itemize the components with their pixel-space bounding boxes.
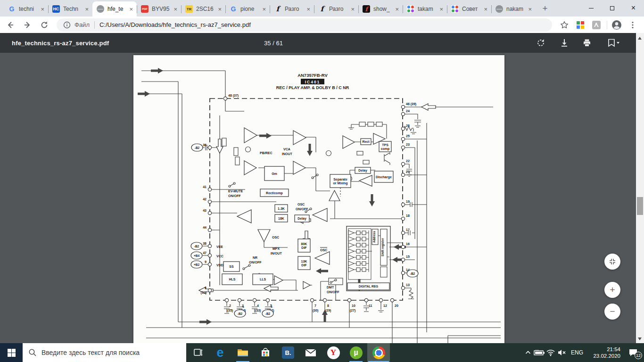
notification-center-button[interactable]: 12	[622, 343, 644, 362]
taskbar-search-input[interactable]: Введите здесь текст для поиска	[23, 343, 186, 362]
tab-close-icon[interactable]: ×	[173, 6, 178, 13]
forward-button[interactable]	[21, 18, 34, 32]
fit-page-button[interactable]	[604, 254, 620, 270]
opamp-triangle-icon	[359, 175, 372, 186]
block-label: Gm	[272, 172, 277, 175]
tab-разго[interactable]: fРазго×	[314, 1, 358, 16]
notification-badge: 12	[635, 352, 642, 359]
scroll-down-icon[interactable]	[638, 337, 642, 340]
wifi-button[interactable]	[545, 343, 556, 362]
zoom-in-button[interactable]: +	[604, 282, 620, 298]
tab-close-icon[interactable]: ×	[128, 6, 134, 13]
tab-close-icon[interactable]: ×	[438, 6, 444, 13]
pin-number: (27)	[350, 309, 355, 313]
ic-pin	[401, 137, 405, 140]
scrollbar-thumb[interactable]	[637, 197, 643, 215]
new-tab-button[interactable]: +	[538, 2, 552, 15]
tab-title: hfe_te	[107, 6, 128, 12]
tab-close-icon[interactable]: ×	[40, 6, 45, 13]
tab-byv95[interactable]: PDFBYV95×	[137, 1, 181, 16]
taskbar-yandex-browser-button[interactable]: Y	[322, 343, 345, 362]
supply-label: -B2	[194, 245, 199, 248]
digital-buffer-icon	[348, 255, 354, 260]
tab-close-icon[interactable]: ×	[84, 6, 90, 13]
block-label: DIF	[301, 246, 307, 249]
reload-icon	[40, 21, 49, 29]
ic-pin	[401, 203, 405, 206]
schematic-label: OSC	[272, 236, 279, 239]
task-view-icon	[192, 347, 203, 358]
language-indicator[interactable]: ENG	[568, 349, 586, 356]
reload-button[interactable]	[38, 18, 51, 32]
schematic-label: INOUT	[282, 152, 293, 156]
tab-close-icon[interactable]: ×	[527, 6, 533, 13]
volume-button[interactable]	[556, 343, 568, 362]
download-button[interactable]	[558, 36, 571, 49]
scrollbar[interactable]	[636, 33, 644, 343]
tab-close-icon[interactable]: ×	[261, 6, 267, 13]
zoom-out-button[interactable]: −	[604, 304, 620, 320]
print-button[interactable]	[580, 36, 594, 49]
taskbar-mail-button[interactable]	[299, 343, 322, 362]
maximize-button[interactable]	[602, 0, 623, 16]
back-button[interactable]	[4, 18, 17, 32]
taskbar-chrome-button[interactable]	[367, 343, 390, 362]
pin-number: 38	[203, 242, 206, 245]
tab-pione[interactable]: Gpione×	[225, 1, 270, 16]
ic-pin	[223, 97, 227, 100]
taskbar-microsoft-store-button[interactable]	[254, 343, 277, 362]
menu-button[interactable]	[626, 18, 639, 32]
tab-разго[interactable]: fРазго×	[270, 1, 314, 16]
tab-совет[interactable]: Совет×	[447, 1, 491, 16]
tab-techn[interactable]: HCTechn×	[48, 1, 92, 16]
tab-hfe_te[interactable]: hfe_te×	[92, 1, 137, 16]
taskbar-task-view-button[interactable]	[186, 343, 209, 362]
tab-takam[interactable]: takam×	[403, 1, 447, 16]
digital-cell	[362, 268, 366, 272]
tab-nakam[interactable]: nakam×	[491, 1, 536, 16]
close-button[interactable]: ×	[623, 0, 644, 16]
start-button[interactable]	[0, 343, 23, 362]
tab-close-icon[interactable]: ×	[483, 6, 488, 13]
tab-close-icon[interactable]: ×	[350, 6, 355, 13]
rotate-button[interactable]	[534, 36, 547, 49]
tray-chevron-button[interactable]	[522, 343, 534, 362]
tab-techni[interactable]: Gtechni×	[4, 1, 48, 16]
pin-number: (31)	[201, 291, 206, 295]
pin-number: 15	[406, 255, 410, 258]
digital-cell	[362, 255, 366, 259]
taskbar-utorrent-button[interactable]: µ	[345, 343, 367, 362]
pdf-page[interactable]: AN7357FB-RV IC401 REC / PLAY AMP. & DOLB…	[133, 55, 504, 343]
address-bar[interactable]: Файл C:/Users/A/Downloads/hfe_technics_r…	[57, 18, 552, 32]
bookmark-star-button[interactable]	[558, 18, 571, 32]
block-label: 80K	[301, 242, 307, 246]
supply-label: -B2	[410, 272, 415, 275]
battery-button[interactable]	[534, 343, 545, 362]
minimize-button[interactable]	[580, 0, 602, 16]
opamp-triangle-icon	[244, 128, 257, 143]
block-label: Delay	[358, 169, 367, 173]
extension-button[interactable]	[574, 18, 587, 32]
ic-pin	[253, 298, 256, 302]
tab-2sc16[interactable]: TR2SC16×	[181, 1, 225, 16]
taskbar-file-explorer-button[interactable]	[231, 343, 254, 362]
digital-buffer-icon	[348, 243, 354, 247]
tab-close-icon[interactable]: ×	[217, 6, 223, 13]
taskbar-edge-button[interactable]: e	[209, 343, 231, 362]
adobe-extension-button[interactable]	[590, 18, 603, 32]
ic-pin	[323, 298, 326, 302]
tab-show_[interactable]: fshow_×	[358, 1, 403, 16]
signal-arrow-icon	[307, 144, 313, 156]
tab-close-icon[interactable]: ×	[394, 6, 400, 13]
opamp-triangle-icon	[274, 276, 283, 285]
signal-arrow-icon	[151, 68, 163, 74]
taskbar-vk-button[interactable]: B.	[277, 343, 299, 362]
bookmark-dropdown-button[interactable]	[603, 36, 623, 49]
profile-button[interactable]	[610, 18, 623, 32]
tab-close-icon[interactable]: ×	[305, 6, 311, 13]
pin-number: 46 (39)	[406, 102, 416, 106]
clock[interactable]: 21:54 23.02.2020	[586, 346, 622, 359]
scroll-up-icon[interactable]	[638, 37, 642, 40]
schematic-label: +	[242, 305, 244, 309]
schematic-label: VDD	[216, 263, 223, 267]
